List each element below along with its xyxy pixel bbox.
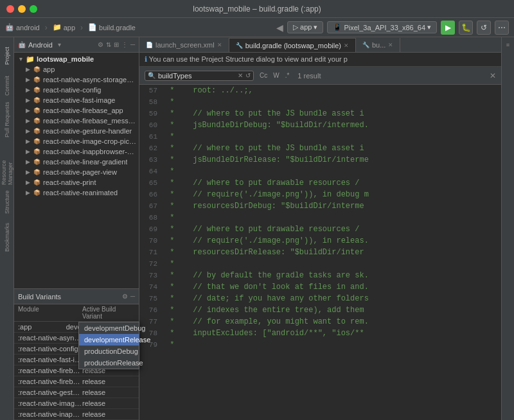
line-content-64: * bbox=[163, 166, 501, 177]
editor-area: 📄 launch_screen.xml ✕ 🔧 build.gradle (lo… bbox=[139, 37, 501, 420]
run-button[interactable]: ▶ bbox=[441, 21, 455, 35]
find-word-btn[interactable]: W bbox=[271, 71, 281, 80]
line-content-73: * // by default the gradle tasks are sk. bbox=[163, 270, 501, 281]
bv-dropdown-menu: developmentDebug developmentRelease prod… bbox=[78, 322, 139, 369]
tab-launch-close[interactable]: ✕ bbox=[217, 42, 222, 48]
tree-item-config[interactable]: ▶ 📦 react-native-config bbox=[14, 85, 139, 95]
tab-launch-screen[interactable]: 📄 launch_screen.xml ✕ bbox=[139, 38, 229, 52]
line-num-74: 74 bbox=[139, 281, 163, 293]
breadcrumb-android[interactable]: 🤖 android bbox=[5, 23, 40, 31]
minimize-button[interactable] bbox=[18, 5, 26, 13]
fast-image-arrow: ▶ bbox=[26, 97, 32, 103]
panel-minimize-icon[interactable]: ─ bbox=[130, 41, 135, 48]
line-content-57: * root: ../..;, bbox=[163, 85, 501, 96]
bv-module-4: :react-native-firebase_... bbox=[18, 367, 82, 374]
bv-module-1: :react-native-async-st... bbox=[18, 334, 82, 342]
build-variants-title: Build Variants bbox=[18, 293, 61, 301]
sidebar-item-pull-requests[interactable]: Pull Requests bbox=[1, 100, 13, 139]
tree-item-firebase-messaging[interactable]: ▶ 📦 react-native-firebase_messaging bbox=[14, 116, 139, 126]
tree-item-inappbrowser[interactable]: ▶ 📦 react-native-inappbrowser-reborn bbox=[14, 146, 139, 157]
panel-dropdown-arrow[interactable]: ▾ bbox=[58, 41, 61, 48]
tree-item-fast-image[interactable]: ▶ 📦 react-native-fast-image bbox=[14, 95, 139, 105]
tab-build-gradle[interactable]: 🔧 build.gradle (lootswap_mobile) ✕ bbox=[229, 38, 356, 52]
window-title: lootswap_mobile – build.gradle (:app) bbox=[193, 4, 321, 13]
tree-item-pager-view[interactable]: ▶ 📦 react-native-pager-view bbox=[14, 167, 139, 177]
bv-row-8[interactable]: :react-native-inappbro... release bbox=[14, 409, 139, 420]
dropdown-option-dev-release[interactable]: developmentRelease bbox=[79, 334, 139, 346]
find-clear-icon[interactable]: ✕ bbox=[238, 72, 243, 79]
dropdown-option-prod-release[interactable]: productionRelease bbox=[79, 357, 139, 369]
find-case-btn[interactable]: Cc bbox=[258, 71, 269, 80]
tree-root-item[interactable]: ▾ 📁 lootswap_mobile bbox=[14, 54, 139, 64]
bv-variant-text-6: release bbox=[82, 389, 105, 396]
breadcrumb-gradle[interactable]: 📄 build.gradle bbox=[88, 23, 136, 31]
code-line-74: 74 * // that we don't look at files in a… bbox=[139, 281, 501, 293]
debug-button[interactable]: 🐛 bbox=[459, 21, 473, 35]
panel-settings-icon[interactable]: ⋮ bbox=[121, 41, 128, 48]
main-layout: Project Commit Pull Requests Resource Ma… bbox=[0, 37, 514, 420]
bv-row-7[interactable]: :react-native-image-cr... release bbox=[14, 398, 139, 409]
device-selector[interactable]: 📱 Pixel_3a_API_33_x86_64 ▾ bbox=[327, 21, 437, 33]
find-input[interactable] bbox=[158, 72, 235, 80]
close-button[interactable] bbox=[6, 5, 14, 13]
tree-item-print[interactable]: ▶ 📦 react-native-print bbox=[14, 177, 139, 188]
pager-view-icon: 📦 bbox=[32, 168, 41, 177]
back-button[interactable]: ◀ bbox=[276, 22, 283, 33]
config-arrow: ▶ bbox=[26, 87, 32, 93]
sidebar-item-structure[interactable]: Structure bbox=[1, 186, 13, 218]
find-refresh-icon[interactable]: ↺ bbox=[245, 72, 251, 79]
panel-header-icons: ⚙ ⇅ ⊞ ⋮ ─ bbox=[98, 41, 135, 48]
tree-item-gesture-handler[interactable]: ▶ 📦 react-native-gesture-handler bbox=[14, 126, 139, 136]
code-line-76: 76 * // indexes the entire tree), add th… bbox=[139, 304, 501, 316]
bv-module-7: :react-native-image-cr... bbox=[18, 399, 82, 407]
sidebar-item-bookmarks[interactable]: Bookmarks bbox=[1, 220, 13, 255]
refresh-button[interactable]: ↺ bbox=[477, 21, 491, 35]
tab-bu-close[interactable]: ✕ bbox=[388, 42, 393, 48]
bv-row-6[interactable]: :react-native-gesture-... release bbox=[14, 387, 139, 398]
android-icon: 🤖 bbox=[5, 23, 14, 31]
tree-item-firebase-app[interactable]: ▶ 📦 react-native-firebase_app bbox=[14, 105, 139, 116]
code-area[interactable]: 57 * root: ../..;, 58 * 59 * // where to… bbox=[139, 85, 501, 420]
reanimated-label: react-native-reanimated bbox=[43, 189, 118, 197]
dropdown-option-dev-debug[interactable]: developmentDebug bbox=[79, 322, 139, 334]
tab-bu[interactable]: 🔧 bu... ✕ bbox=[356, 38, 400, 52]
bv-settings-icon[interactable]: ⚙ bbox=[122, 293, 128, 300]
bv-row-5[interactable]: :react-native-firebase_... release bbox=[14, 376, 139, 387]
more-button[interactable]: ⋯ bbox=[495, 21, 509, 35]
image-crop-icon: 📦 bbox=[32, 137, 41, 146]
breadcrumb-app[interactable]: 📁 app bbox=[53, 23, 75, 31]
tree-item-reanimated[interactable]: ▶ 📦 react-native-reanimated bbox=[14, 188, 139, 198]
tree-item-app[interactable]: ▶ 📦 app bbox=[14, 64, 139, 74]
bv-minimize-icon[interactable]: ─ bbox=[130, 293, 135, 300]
tree-item-async-storage[interactable]: ▶ 📦 react-native-async-storage_async-sto… bbox=[14, 74, 139, 85]
tree-item-image-crop[interactable]: ▶ 📦 react-native-image-crop-picker bbox=[14, 136, 139, 146]
panel-cog-icon[interactable]: ⚙ bbox=[98, 41, 103, 48]
tree-item-linear-gradient[interactable]: ▶ 📦 react-native-linear-gradient bbox=[14, 157, 139, 167]
bv-header-icons: ⚙ ─ bbox=[122, 293, 135, 300]
gesture-arrow: ▶ bbox=[26, 128, 32, 134]
bv-variant-text-5: release bbox=[82, 378, 105, 385]
tab-gradle-close[interactable]: ✕ bbox=[344, 42, 349, 49]
sidebar-item-project[interactable]: Project bbox=[1, 40, 13, 72]
line-content-68: * bbox=[163, 212, 501, 223]
panel-sort-icon[interactable]: ⇅ bbox=[106, 41, 111, 48]
right-icon-1[interactable]: ≡ bbox=[506, 40, 510, 50]
line-content-63: * jsBundleDirRelease: "$buildDir/interme bbox=[163, 154, 501, 166]
find-close-button[interactable]: ✕ bbox=[490, 71, 496, 80]
sidebar-item-resource-manager[interactable]: Resource Manager bbox=[1, 140, 13, 185]
app-selector[interactable]: ▷ app ▾ bbox=[287, 21, 323, 33]
find-result-count: 1 result bbox=[297, 72, 321, 80]
bv-row-0[interactable]: :app developmentRelease ▾ developmentDeb… bbox=[14, 322, 139, 333]
line-num-67: 67 bbox=[139, 200, 163, 212]
panel-filter-icon[interactable]: ⊞ bbox=[114, 41, 119, 48]
find-regex-btn[interactable]: .* bbox=[283, 71, 292, 80]
bv-column-headers: Module Active Build Variant bbox=[14, 304, 139, 322]
maximize-button[interactable] bbox=[30, 5, 37, 13]
project-panel-title: Android bbox=[28, 41, 53, 49]
find-search-icon: 🔍 bbox=[148, 72, 155, 79]
code-line-64: 64 * bbox=[139, 166, 501, 177]
line-num-59: 59 bbox=[139, 108, 163, 119]
dropdown-option-prod-debug[interactable]: productionDebug bbox=[79, 346, 139, 357]
sidebar-item-commit[interactable]: Commit bbox=[1, 73, 13, 99]
tab-bu-label: bu... bbox=[372, 41, 386, 49]
